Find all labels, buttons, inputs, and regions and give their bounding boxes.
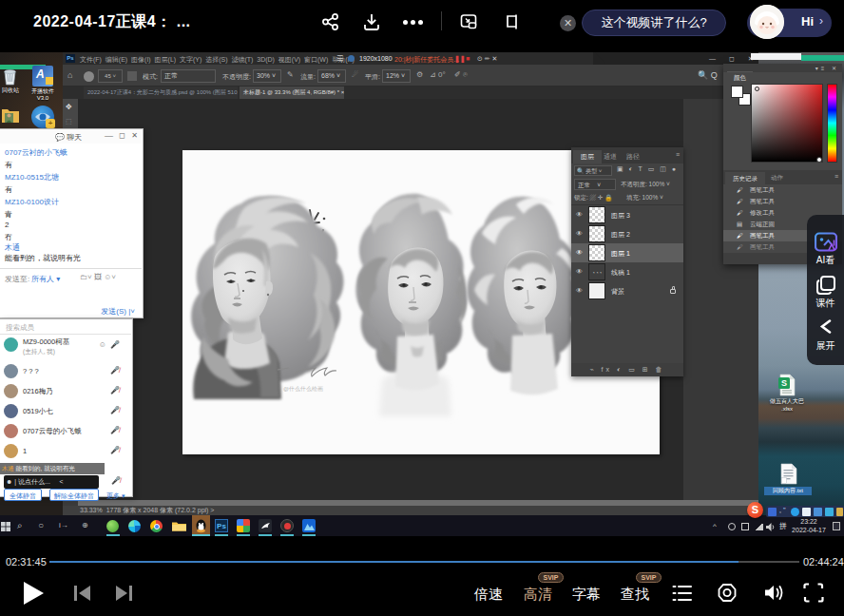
svg-text:@什么什么绘画: @什么什么绘画 xyxy=(283,386,323,392)
svg-text:S: S xyxy=(781,378,787,388)
